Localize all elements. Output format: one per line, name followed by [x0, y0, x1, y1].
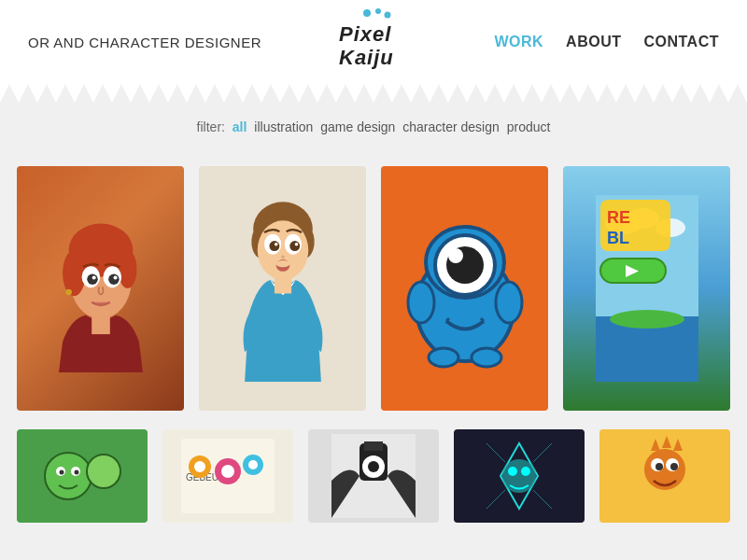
portfolio-img-unie [199, 166, 366, 411]
portfolio-img-row2-4 [454, 429, 585, 523]
svg-point-12 [108, 273, 119, 284]
nav-work[interactable]: WORK [494, 34, 543, 50]
nav-about[interactable]: ABOUT [566, 34, 621, 50]
site-tagline: OR AND CHARACTER DESIGNER [28, 35, 261, 50]
character-face-svg [49, 204, 152, 372]
svg-point-26 [294, 243, 298, 246]
sticker-art-svg: GEBEUR [176, 434, 279, 518]
main-nav: WORK ABOUT CONTACT [494, 34, 719, 50]
dark-art-svg [477, 434, 561, 518]
portfolio-img-row2-3 [308, 429, 439, 523]
svg-rect-30 [274, 278, 290, 293]
svg-point-8 [118, 250, 136, 288]
bw-character-svg [331, 434, 416, 518]
svg-point-27 [281, 256, 285, 259]
portfolio-img-row2-2: GEBEUR [162, 429, 293, 523]
svg-rect-70 [364, 441, 383, 451]
portfolio-img-row2-5 [599, 429, 730, 523]
portfolio-img-nl [17, 166, 184, 411]
svg-text:BL: BL [607, 229, 629, 247]
svg-point-87 [670, 463, 678, 470]
svg-point-58 [75, 470, 79, 475]
portfolio-item-row2-4[interactable] [454, 429, 585, 523]
svg-point-57 [60, 470, 64, 475]
portfolio-item-row2-5[interactable] [599, 429, 730, 523]
svg-point-11 [87, 273, 97, 284]
svg-point-42 [496, 282, 522, 323]
svg-point-2 [385, 12, 391, 19]
svg-point-29 [275, 260, 289, 267]
svg-point-13 [92, 276, 95, 280]
filter-illustration[interactable]: illustration [254, 119, 313, 134]
svg-point-25 [274, 243, 277, 246]
filter-bar: filter: all illustration game design cha… [0, 103, 747, 147]
unie-character-svg [236, 195, 330, 382]
portfolio-item-mat[interactable]: RE BL MAT game [563, 166, 730, 411]
svg-point-72 [368, 461, 379, 472]
svg-point-48 [610, 310, 684, 329]
neonmob-monster-svg [404, 195, 526, 382]
filter-all[interactable]: all [233, 119, 247, 134]
filter-game-design[interactable]: game design [320, 119, 395, 134]
svg-point-40 [472, 348, 501, 367]
svg-point-77 [521, 467, 530, 476]
portfolio-img-row2-1 [17, 429, 148, 523]
svg-point-66 [221, 465, 234, 478]
svg-point-38 [451, 251, 457, 257]
green-character-svg [40, 439, 124, 513]
svg-point-76 [508, 467, 517, 476]
portfolio-second-row: GEBEUR [0, 411, 747, 523]
svg-text:RE: RE [607, 208, 630, 227]
svg-point-15 [65, 289, 72, 296]
svg-text:Pixel: Pixel [339, 22, 391, 46]
svg-point-83 [644, 449, 685, 490]
site-logo[interactable]: Pixel Kaiju [331, 8, 416, 76]
svg-point-39 [429, 348, 458, 367]
portfolio-item-nl[interactable]: NL sign [17, 166, 184, 411]
filter-character-design[interactable]: character design [402, 119, 500, 134]
svg-point-65 [194, 461, 205, 472]
game-screenshot-svg: RE BL [596, 195, 698, 382]
svg-point-7 [63, 250, 86, 296]
svg-point-86 [655, 463, 663, 470]
svg-point-67 [248, 460, 258, 469]
svg-point-54 [45, 453, 92, 499]
yellow-scene-svg [623, 434, 707, 518]
svg-rect-16 [92, 315, 110, 334]
svg-point-24 [289, 241, 300, 251]
header-zigzag [0, 84, 747, 103]
portfolio-item-neonmob[interactable]: NEONMOB character design [381, 166, 548, 411]
svg-point-1 [375, 8, 381, 14]
site-header: OR AND CHARACTER DESIGNER Pixel Kaiju WO… [0, 0, 747, 84]
svg-point-0 [363, 9, 371, 17]
portfolio-item-row2-1[interactable] [17, 429, 148, 523]
svg-text:Kaiju: Kaiju [339, 46, 394, 69]
svg-point-14 [113, 276, 117, 280]
filter-label: filter: [197, 119, 225, 134]
logo-svg: Pixel Kaiju [331, 8, 416, 76]
portfolio-img-mat: RE BL [563, 166, 730, 411]
portfolio-grid: NL sign [0, 147, 747, 411]
svg-point-41 [408, 282, 434, 323]
svg-point-59 [87, 455, 120, 488]
portfolio-img-neonmob [381, 166, 548, 411]
portfolio-item-row2-2[interactable]: GEBEUR [162, 429, 293, 523]
portfolio-item-row2-3[interactable] [308, 429, 439, 523]
filter-product[interactable]: product [507, 119, 551, 134]
nav-contact[interactable]: CONTACT [643, 34, 719, 50]
svg-point-23 [269, 241, 279, 251]
portfolio-item-unie[interactable]: UNIE character design [199, 166, 366, 411]
